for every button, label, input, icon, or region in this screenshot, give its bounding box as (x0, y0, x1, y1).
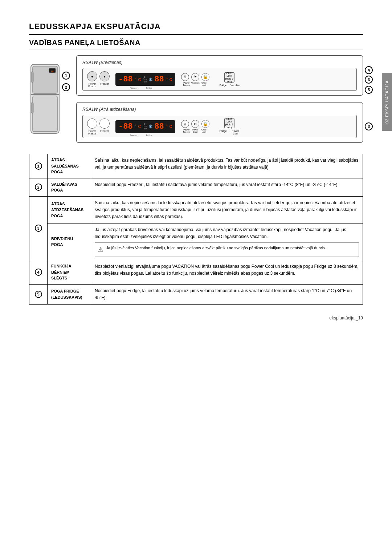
diagram-area: ■■ RSA1W (Brīvdienas) 1 2 (29, 55, 363, 143)
info-table: 1 ĀTRĀSSALDĒŠANASPOGA Saīsina laiku, kas… (29, 154, 363, 305)
panel-2-inner: Power Freeze Freezer -88 ° c ⊕ (82, 115, 357, 138)
label-cell-3a: ĀTRĀSATDZESĒŠANASPOGA (48, 196, 91, 223)
label-freezer-2: Freezer (99, 130, 110, 135)
left-btns-p2: Power Freeze Freezer (87, 118, 110, 135)
btn-circle-2[interactable]: ● (99, 71, 110, 81)
panel-2-label: RSA1W (Ātrā atdzesēšana) (82, 107, 357, 112)
desc-cell-1: Saīsina laiku, kas nepieciešams, lai sas… (91, 154, 363, 178)
svg-rect-3 (31, 72, 33, 82)
main-title: LEDUSSKAPJA EKSPUATĀCIJA (29, 22, 363, 35)
center-icons-p2: ⊛ ❄ 🔒 Power Freeze Power Cool Child Lock (181, 120, 209, 133)
circle-1: 1 (35, 162, 42, 170)
badge-3-p2: 3 (365, 122, 373, 130)
page-container: 02 EKSPLUATĀCIJA LEDUSSKAPJA EKSPUATĀCIJ… (0, 0, 392, 342)
warning-text: Ja jūs izvēlaties Vacation funkciju, ir … (106, 245, 326, 251)
icon-powfreeze-p1[interactable]: ⊛ (181, 73, 189, 81)
table-row-3b: BRĪVDIENUPOGA Ja jūs aizejat garākās brī… (29, 223, 363, 260)
label-cell-2: SALDĒTAVASPOGA (48, 178, 91, 196)
panel-1: RSA1W (Brīvdienas) 1 2 4 3 (76, 55, 363, 96)
num-cell-3: 3 (29, 196, 48, 260)
display-sublabels-p1: Freezer Fridge (130, 87, 152, 89)
warning-box: ⚠ Ja jūs izvēlaties Vacation funkciju, i… (95, 242, 359, 257)
circle-3: 3 (35, 225, 42, 232)
desc-cell-3b: Ja jūs aizejat garākās brīvdienās vai ko… (91, 223, 363, 260)
badge-4: 4 (365, 66, 373, 74)
warning-icon: ⚠ (98, 245, 103, 254)
badge-2: 2 (62, 83, 70, 91)
num-cell-2: 2 (29, 178, 48, 196)
display-p1: -88 ° c ⊕ Dual Flow ❄ 88 ° c (115, 73, 175, 86)
panel-2: RSA1W (Ātrā atdzesēšana) 3 (76, 102, 363, 143)
side-tab: 02 EKSPLUATĀCIJA (382, 73, 392, 131)
svg-rect-4 (31, 102, 33, 113)
left-btns-p1: ● ● Power Freeze Freezer (87, 71, 110, 88)
table-row-2: 2 SALDĒTAVASPOGA Nospiediet pogu Freezer… (29, 178, 363, 196)
desc-cell-2: Nospiediet pogu Freezer , lai iestatītu … (91, 178, 363, 196)
desc-cell-4: Nospiežot vienlaicīgi atvaļinājuma pogu … (91, 260, 363, 285)
btn-empty-1[interactable] (87, 118, 97, 129)
footer: ekspluatācija _19 (29, 315, 363, 321)
btn-fridge-p2[interactable]: Child Lock(Hold 3 sec) (224, 118, 234, 128)
panels-container: RSA1W (Brīvdienas) 1 2 4 3 (76, 55, 363, 143)
desc-cell-5: Nospiediet pogu Fridge, lai iestatītu le… (91, 284, 363, 304)
num-cell-1: 1 (29, 154, 48, 178)
circle-5: 5 (35, 291, 42, 298)
table-row-1: 1 ĀTRĀSSALDĒŠANASPOGA Saīsina laiku, kas… (29, 154, 363, 178)
panel-1-label: RSA1W (Brīvdienas) (82, 60, 357, 65)
num-cell-5: 5 (29, 284, 48, 304)
table-row-3: 3 ĀTRĀSATDZESĒŠANASPOGA Saīsina laiku, k… (29, 196, 363, 223)
panel-1-inner: ● ● Power Freeze Freezer - (82, 68, 357, 91)
circle-2: 2 (35, 184, 42, 191)
table-row-5: 5 POGA FRIDGE(LEDUSSKAPIS) Nospiediet po… (29, 284, 363, 304)
btn-circle-1[interactable]: ● (87, 71, 97, 81)
icon-powfreeze-p2[interactable]: ⊛ (181, 120, 189, 128)
icon-childlock-p1[interactable]: 🔒 (201, 73, 209, 81)
circle-4: 4 (35, 269, 42, 276)
svg-text:■■: ■■ (51, 70, 53, 72)
icon-powercool-p2[interactable]: ❄ (191, 120, 199, 128)
label-power-freeze-2: Power Freeze (87, 130, 97, 135)
badge-3-p1: 3 (365, 76, 373, 84)
display-p2: -88 ° c ⊕ Dual Flow ❄ 88 ° c (115, 120, 175, 133)
label-power-freeze-1: Power Freeze (87, 82, 97, 88)
badge-1: 1 (62, 72, 70, 80)
display-sublabels-p2: Freezer Fridge (130, 134, 152, 136)
label-cell-5: POGA FRIDGE(LEDUSSKAPIS) (48, 284, 91, 304)
btn-empty-2[interactable] (99, 118, 110, 129)
right-btns-p1: Child Lock(Hold 3 sec) Fridge Vacation (218, 72, 241, 86)
label-cell-3b: BRĪVDIENUPOGA (48, 223, 91, 260)
desc-cell-3a: Saīsina laiku, kas nepieciešams lai ledu… (91, 196, 363, 223)
label-cell-1: ĀTRĀSSALDĒŠANASPOGA (48, 154, 91, 178)
btn-childlock-p1[interactable]: Child Lock(Hold 3 sec) (224, 72, 234, 82)
svg-rect-2 (33, 96, 57, 132)
sub-title: VADĪBAS PANEĻA LIETOŠANA (29, 39, 363, 49)
right-btns-p2: Child Lock(Hold 3 sec) Fridge Power Cool (218, 118, 241, 135)
label-freezer-1: Freezer (99, 82, 110, 88)
icon-childlock-p2[interactable]: 🔒 (201, 120, 209, 128)
table-row-4: 4 FUNKCIJABĒRNIEMSLĒGTS Nospiežot vienla… (29, 260, 363, 285)
label-cell-4: FUNKCIJABĒRNIEMSLĒGTS (48, 260, 91, 285)
icon-vacation-p1[interactable]: ✈ (191, 73, 199, 81)
num-cell-4: 4 (29, 260, 48, 285)
badge-5: 5 (365, 86, 373, 94)
center-icons-p1: ⊛ ✈ 🔒 Power Freeze Vacation Child Lock (181, 73, 209, 86)
fridge-svg: ■■ (29, 63, 62, 135)
